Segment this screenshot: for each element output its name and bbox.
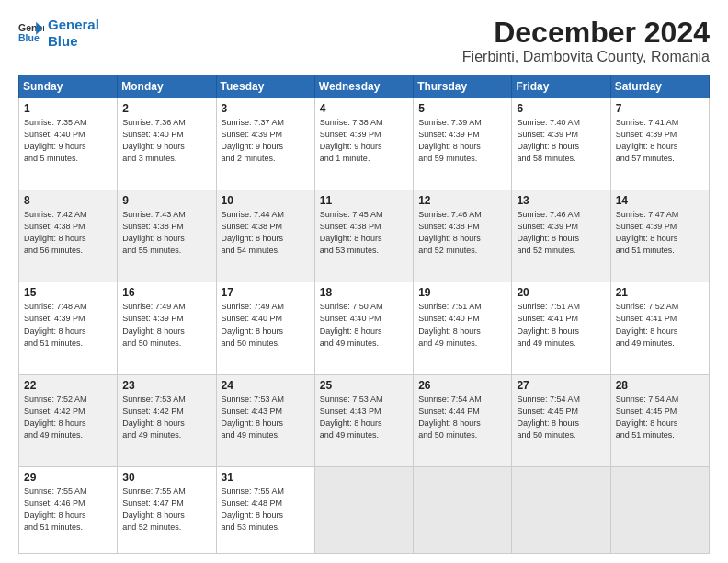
table-row: 24Sunrise: 7:53 AMSunset: 4:43 PMDayligh… bbox=[216, 374, 314, 466]
day-number: 10 bbox=[222, 194, 310, 207]
day-number: 8 bbox=[24, 194, 112, 207]
day-number: 25 bbox=[320, 379, 408, 392]
day-number: 30 bbox=[122, 471, 210, 484]
day-number: 11 bbox=[320, 194, 408, 207]
day-number: 24 bbox=[222, 379, 310, 392]
day-number: 17 bbox=[222, 286, 310, 299]
table-row: 19Sunrise: 7:51 AMSunset: 4:40 PMDayligh… bbox=[414, 282, 512, 374]
table-row: 3Sunrise: 7:37 AMSunset: 4:39 PMDaylight… bbox=[216, 98, 314, 190]
table-row: 6Sunrise: 7:40 AMSunset: 4:39 PMDaylight… bbox=[512, 98, 610, 190]
table-row: 2Sunrise: 7:36 AMSunset: 4:40 PMDaylight… bbox=[118, 98, 216, 190]
day-detail: Sunrise: 7:53 AMSunset: 4:43 PMDaylight:… bbox=[320, 394, 408, 442]
day-number: 27 bbox=[517, 379, 605, 392]
day-number: 16 bbox=[122, 286, 210, 299]
table-row: 12Sunrise: 7:46 AMSunset: 4:38 PMDayligh… bbox=[414, 190, 512, 282]
day-number: 5 bbox=[418, 102, 506, 115]
day-detail: Sunrise: 7:36 AMSunset: 4:40 PMDaylight:… bbox=[122, 117, 210, 165]
day-detail: Sunrise: 7:46 AMSunset: 4:39 PMDaylight:… bbox=[517, 209, 605, 257]
day-detail: Sunrise: 7:41 AMSunset: 4:39 PMDaylight:… bbox=[616, 117, 704, 165]
table-row: 18Sunrise: 7:50 AMSunset: 4:40 PMDayligh… bbox=[314, 282, 413, 374]
day-number: 6 bbox=[517, 102, 605, 115]
title-block: December 2024 Fierbinti, Dambovita Count… bbox=[462, 17, 710, 65]
table-row: 11Sunrise: 7:45 AMSunset: 4:38 PMDayligh… bbox=[314, 190, 413, 282]
day-detail: Sunrise: 7:37 AMSunset: 4:39 PMDaylight:… bbox=[222, 117, 310, 165]
table-row: 7Sunrise: 7:41 AMSunset: 4:39 PMDaylight… bbox=[610, 98, 709, 190]
day-detail: Sunrise: 7:54 AMSunset: 4:44 PMDaylight:… bbox=[418, 394, 506, 442]
day-number: 21 bbox=[616, 286, 704, 299]
table-row: 25Sunrise: 7:53 AMSunset: 4:43 PMDayligh… bbox=[314, 374, 413, 466]
table-row bbox=[414, 466, 512, 553]
day-number: 2 bbox=[122, 102, 210, 115]
header-wednesday: Wednesday bbox=[314, 75, 413, 98]
day-number: 7 bbox=[616, 102, 704, 115]
table-row bbox=[314, 466, 413, 553]
day-number: 12 bbox=[418, 194, 506, 207]
table-row: 30Sunrise: 7:55 AMSunset: 4:47 PMDayligh… bbox=[118, 466, 216, 553]
table-row: 10Sunrise: 7:44 AMSunset: 4:38 PMDayligh… bbox=[216, 190, 314, 282]
day-detail: Sunrise: 7:47 AMSunset: 4:39 PMDaylight:… bbox=[616, 209, 704, 257]
table-row: 29Sunrise: 7:55 AMSunset: 4:46 PMDayligh… bbox=[19, 466, 118, 553]
table-row: 23Sunrise: 7:53 AMSunset: 4:42 PMDayligh… bbox=[118, 374, 216, 466]
day-number: 9 bbox=[122, 194, 210, 207]
logo-text: GeneralBlue bbox=[48, 17, 99, 50]
day-number: 3 bbox=[222, 102, 310, 115]
day-number: 26 bbox=[418, 379, 506, 392]
header-thursday: Thursday bbox=[414, 75, 512, 98]
day-detail: Sunrise: 7:54 AMSunset: 4:45 PMDaylight:… bbox=[616, 394, 704, 442]
day-detail: Sunrise: 7:38 AMSunset: 4:39 PMDaylight:… bbox=[320, 117, 408, 165]
page-header: General Blue GeneralBlue December 2024 F… bbox=[18, 17, 710, 65]
day-detail: Sunrise: 7:52 AMSunset: 4:41 PMDaylight:… bbox=[616, 301, 704, 349]
table-row bbox=[512, 466, 610, 553]
day-number: 20 bbox=[517, 286, 605, 299]
day-number: 28 bbox=[616, 379, 704, 392]
day-detail: Sunrise: 7:52 AMSunset: 4:42 PMDaylight:… bbox=[24, 394, 112, 442]
header-saturday: Saturday bbox=[610, 75, 709, 98]
day-detail: Sunrise: 7:51 AMSunset: 4:40 PMDaylight:… bbox=[418, 301, 506, 349]
table-row bbox=[610, 466, 709, 553]
table-row: 4Sunrise: 7:38 AMSunset: 4:39 PMDaylight… bbox=[314, 98, 413, 190]
day-number: 18 bbox=[320, 286, 408, 299]
day-detail: Sunrise: 7:53 AMSunset: 4:43 PMDaylight:… bbox=[222, 394, 310, 442]
calendar-title: December 2024 bbox=[462, 17, 710, 49]
table-row: 13Sunrise: 7:46 AMSunset: 4:39 PMDayligh… bbox=[512, 190, 610, 282]
day-number: 19 bbox=[418, 286, 506, 299]
table-row: 9Sunrise: 7:43 AMSunset: 4:38 PMDaylight… bbox=[118, 190, 216, 282]
day-detail: Sunrise: 7:53 AMSunset: 4:42 PMDaylight:… bbox=[122, 394, 210, 442]
table-row: 20Sunrise: 7:51 AMSunset: 4:41 PMDayligh… bbox=[512, 282, 610, 374]
day-detail: Sunrise: 7:46 AMSunset: 4:38 PMDaylight:… bbox=[418, 209, 506, 257]
header-tuesday: Tuesday bbox=[216, 75, 314, 98]
day-number: 13 bbox=[517, 194, 605, 207]
logo-icon: General Blue bbox=[18, 20, 44, 46]
calendar-header-row: Sunday Monday Tuesday Wednesday Thursday… bbox=[19, 75, 710, 98]
day-detail: Sunrise: 7:43 AMSunset: 4:38 PMDaylight:… bbox=[122, 209, 210, 257]
header-monday: Monday bbox=[118, 75, 216, 98]
day-number: 1 bbox=[24, 102, 112, 115]
calendar-week-row: 22Sunrise: 7:52 AMSunset: 4:42 PMDayligh… bbox=[19, 374, 710, 466]
day-number: 15 bbox=[24, 286, 112, 299]
day-detail: Sunrise: 7:54 AMSunset: 4:45 PMDaylight:… bbox=[517, 394, 605, 442]
calendar-subtitle: Fierbinti, Dambovita County, Romania bbox=[462, 49, 710, 65]
table-row: 17Sunrise: 7:49 AMSunset: 4:40 PMDayligh… bbox=[216, 282, 314, 374]
calendar-week-row: 8Sunrise: 7:42 AMSunset: 4:38 PMDaylight… bbox=[19, 190, 710, 282]
calendar-table: Sunday Monday Tuesday Wednesday Thursday… bbox=[18, 75, 710, 554]
day-detail: Sunrise: 7:45 AMSunset: 4:38 PMDaylight:… bbox=[320, 209, 408, 257]
day-detail: Sunrise: 7:42 AMSunset: 4:38 PMDaylight:… bbox=[24, 209, 112, 257]
header-friday: Friday bbox=[512, 75, 610, 98]
table-row: 5Sunrise: 7:39 AMSunset: 4:39 PMDaylight… bbox=[414, 98, 512, 190]
day-detail: Sunrise: 7:55 AMSunset: 4:46 PMDaylight:… bbox=[24, 486, 112, 534]
table-row: 14Sunrise: 7:47 AMSunset: 4:39 PMDayligh… bbox=[610, 190, 709, 282]
table-row: 22Sunrise: 7:52 AMSunset: 4:42 PMDayligh… bbox=[19, 374, 118, 466]
logo: General Blue GeneralBlue bbox=[18, 17, 99, 50]
calendar-week-row: 15Sunrise: 7:48 AMSunset: 4:39 PMDayligh… bbox=[19, 282, 710, 374]
day-detail: Sunrise: 7:44 AMSunset: 4:38 PMDaylight:… bbox=[222, 209, 310, 257]
table-row: 8Sunrise: 7:42 AMSunset: 4:38 PMDaylight… bbox=[19, 190, 118, 282]
day-number: 29 bbox=[24, 471, 112, 484]
table-row: 15Sunrise: 7:48 AMSunset: 4:39 PMDayligh… bbox=[19, 282, 118, 374]
day-detail: Sunrise: 7:50 AMSunset: 4:40 PMDaylight:… bbox=[320, 301, 408, 349]
day-number: 4 bbox=[320, 102, 408, 115]
day-number: 23 bbox=[122, 379, 210, 392]
day-detail: Sunrise: 7:48 AMSunset: 4:39 PMDaylight:… bbox=[24, 301, 112, 349]
day-detail: Sunrise: 7:40 AMSunset: 4:39 PMDaylight:… bbox=[517, 117, 605, 165]
table-row: 27Sunrise: 7:54 AMSunset: 4:45 PMDayligh… bbox=[512, 374, 610, 466]
day-number: 22 bbox=[24, 379, 112, 392]
